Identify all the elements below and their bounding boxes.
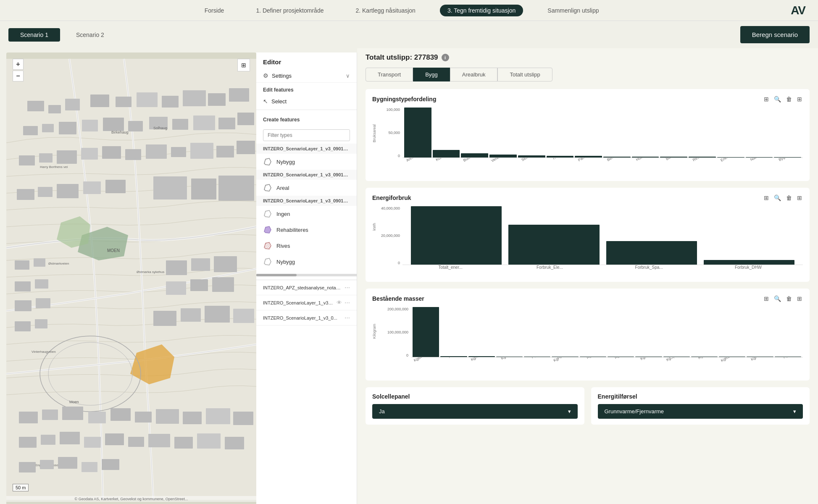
energy-supply-dropdown[interactable]: Grunnvarme/Fjernvarme ▾ [598,404,803,419]
nav-forside[interactable]: Forside [197,5,232,16]
svg-rect-39 [191,178,216,200]
more-icon-2[interactable]: ⋯ [345,299,350,306]
svg-marker-102 [264,242,271,249]
top-nav: Forside 1. Definer prosjektområde 2. Kar… [0,0,818,21]
tab-totalt-utslipp[interactable]: Totalt utslipp [497,68,552,81]
feature-rehabiliteres[interactable]: Rehabiliteres [256,222,357,238]
chart-zoom-icon-2[interactable]: 🔍 [773,194,782,202]
scenario-tab-2[interactable]: Scenario 2 [64,28,116,42]
feature-nybygg-2[interactable]: Nybygg [256,254,357,270]
svg-rect-25 [81,148,98,160]
more-icon-1[interactable]: ⋯ [345,284,350,291]
chart-delete-icon-2[interactable]: 🗑 [785,194,793,202]
chart-grid-icon-3[interactable]: ⊞ [796,294,803,303]
x-label-9: Hus for dyr... [633,158,665,174]
layer-item-1[interactable]: INTZERO_APZ_stedsanalyse_notater ⋯ [256,280,357,295]
outline-polygon-icon-4 [263,257,272,266]
layer-item-actions-2: 👁 ⋯ [337,299,350,306]
chart-grid-icon-1[interactable]: ⊞ [796,95,803,103]
tab-bar: Transport Bygg Arealbruk Totalt utslipp [366,68,810,81]
svg-rect-58 [35,279,48,289]
masser-bar-7 [580,307,606,357]
eye-icon[interactable]: 👁 [337,299,342,306]
svg-rect-8 [183,90,206,106]
nav-kartlegg[interactable]: 2. Kartlegg nåsituasjon [348,5,423,16]
x-label-8: Bensinstasj... [604,158,636,174]
svg-rect-24 [57,150,77,164]
chart-delete-icon-1[interactable]: 🗑 [785,95,793,103]
solar-panel-dropdown[interactable]: Ja ▾ [372,404,578,419]
map-layers-button[interactable]: ⊞ [237,59,250,71]
x-label-m1: KgBetongTeg... [413,357,444,374]
x-label-m2: KgStål [441,357,472,374]
feature-ingen[interactable]: Ingen [256,206,357,222]
feature-nybygg-1[interactable]: Nybygg [256,154,357,170]
svg-rect-90 [174,437,193,449]
nav-sammenlign[interactable]: Sammenlign utslipp [540,5,606,16]
settings-label: Settings [272,73,342,79]
chart-grid-icon-2[interactable]: ⊞ [796,194,803,202]
bar-9 [632,108,659,158]
x-label-m3: KgAlumAlfa... [468,357,500,374]
svg-rect-19 [193,116,215,130]
feature-rives[interactable]: Rives [256,238,357,254]
chart-actions-3: ⊞ 🔍 🗑 ⊞ [763,294,803,303]
chart-expand-icon-2[interactable]: ⊞ [763,194,770,202]
svg-rect-94 [40,460,54,469]
svg-rect-27 [125,149,141,160]
svg-rect-30 [190,143,213,159]
zoom-in-button[interactable]: + [13,59,24,70]
chart-title-1: Bygningstypefordeling [372,96,763,102]
bestaende-masser-section: Bestående masser ⊞ 🔍 🗑 ⊞ Kilogram 200,00… [366,289,810,381]
y-axis-ticks-3: 200,000,000 100,000,000 0 [377,307,411,357]
chart-zoom-icon-1[interactable]: 🔍 [773,95,782,103]
edit-features-label: Edit features [256,83,357,95]
x-label-e3: Forbruk_Spa... [603,265,695,278]
masser-bar-1 [413,307,439,357]
x-label-e1: Totalt_ener... [404,265,497,278]
select-label: Select [271,98,287,105]
svg-text:Harry Borthens vei: Harry Borthens vei [40,165,68,169]
layer-item-3[interactable]: INTZERO_ScenarioLayer_1_v3_0... ⋯ [256,310,357,326]
select-row[interactable]: ↖ Select [256,95,357,107]
masser-bar-11 [691,307,718,357]
svg-rect-22 [19,155,35,165]
y-axis-label-1: Bruksareal [372,108,376,142]
more-icon-3[interactable]: ⋯ [345,315,350,321]
energy-bar-1 [411,206,502,265]
y-tick: 50,000 [377,131,400,135]
nav-definer[interactable]: 1. Definer prosjektområde [248,5,331,16]
zoom-out-button[interactable]: − [13,71,24,81]
masser-bar-5 [524,307,550,357]
horizontal-scrollbar[interactable] [256,274,357,276]
filter-input[interactable] [263,129,350,141]
svg-rect-15 [103,118,124,131]
settings-row[interactable]: ⚙ Settings ∨ [256,69,357,83]
map-placeholder: Birkehaug Solhaug Harry Borthens vei MOE… [6,52,256,504]
tab-arealbruk[interactable]: Arealbruk [450,68,498,81]
beregn-button[interactable]: Beregn scenario [740,26,810,43]
nav-tegn[interactable]: 3. Tegn fremtidig situasjon [440,5,523,16]
x-label-m4: KgTrevirke [497,357,528,374]
feature-areal[interactable]: Areal [256,180,357,196]
chart-expand-icon-3[interactable]: ⊞ [763,294,770,303]
bottom-panels: Solcellepanel Ja ▾ Energitilførsel Grunn… [366,387,810,425]
chart-delete-icon-3[interactable]: 🗑 [785,294,793,303]
x-label-m8: KgGlass [608,357,640,374]
layer-item-2[interactable]: INTZERO_ScenarioLayer_1_v3_090123 👁 ⋯ [256,295,357,310]
x-label-2: Kontor- og ... [433,158,465,174]
info-icon[interactable]: i [442,54,449,61]
chart-expand-icon-1[interactable]: ⊞ [763,95,770,103]
chart-title-3: Bestående masser [372,295,763,302]
tab-transport[interactable]: Transport [366,68,413,81]
tab-bygg[interactable]: Bygg [413,68,450,81]
chart-zoom-icon-3[interactable]: 🔍 [773,294,782,303]
energy-bar-3 [606,206,697,265]
x-label-12: Enebolig me... [718,158,750,174]
x-label-m7: KgAsfalt [580,357,612,374]
masser-bar-4 [496,307,523,357]
bar-5 [518,108,545,158]
x-labels-3: KgBetongTeg... KgStål KgAlumAlfa... KgTr… [377,357,803,376]
bar-10 [660,108,687,158]
scenario-tab-1[interactable]: Scenario 1 [8,28,60,42]
